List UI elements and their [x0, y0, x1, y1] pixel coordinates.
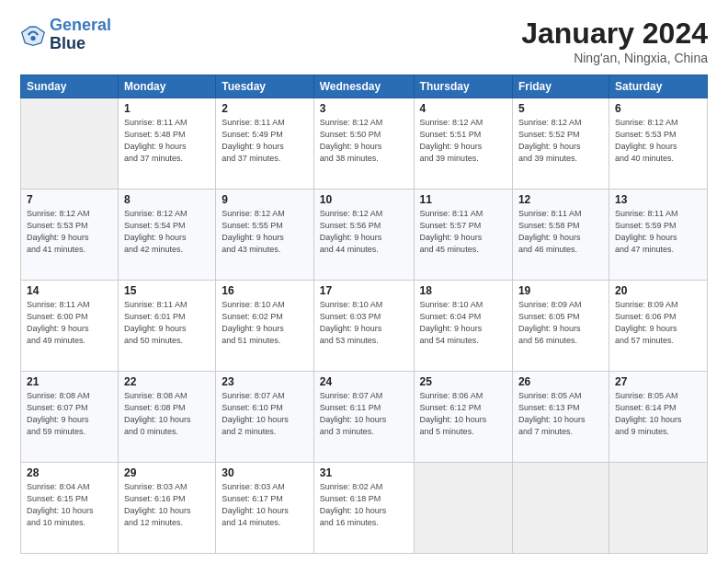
- calendar-cell: 19Sunrise: 8:09 AM Sunset: 6:05 PM Dayli…: [512, 281, 609, 372]
- calendar-cell: 8Sunrise: 8:12 AM Sunset: 5:54 PM Daylig…: [118, 190, 215, 281]
- weekday-header: Tuesday: [216, 75, 314, 98]
- calendar-cell: 4Sunrise: 8:12 AM Sunset: 5:51 PM Daylig…: [414, 98, 512, 190]
- day-info: Sunrise: 8:03 AM Sunset: 6:17 PM Dayligh…: [222, 481, 308, 529]
- calendar-cell: 31Sunrise: 8:02 AM Sunset: 6:18 PM Dayli…: [313, 463, 414, 554]
- calendar-cell: 15Sunrise: 8:11 AM Sunset: 6:01 PM Dayli…: [118, 281, 215, 372]
- day-number: 15: [124, 284, 210, 297]
- calendar-cell: [609, 463, 707, 554]
- day-number: 30: [222, 466, 308, 479]
- day-info: Sunrise: 8:11 AM Sunset: 6:00 PM Dayligh…: [27, 299, 112, 347]
- day-number: 13: [615, 193, 701, 206]
- calendar-week: 1Sunrise: 8:11 AM Sunset: 5:48 PM Daylig…: [21, 98, 708, 190]
- day-number: 7: [27, 193, 112, 206]
- calendar-cell: 26Sunrise: 8:05 AM Sunset: 6:13 PM Dayli…: [512, 372, 609, 463]
- calendar-cell: 25Sunrise: 8:06 AM Sunset: 6:12 PM Dayli…: [414, 372, 512, 463]
- calendar-week: 14Sunrise: 8:11 AM Sunset: 6:00 PM Dayli…: [21, 281, 708, 372]
- day-number: 6: [615, 102, 701, 115]
- day-number: 31: [320, 466, 408, 479]
- calendar-week: 28Sunrise: 8:04 AM Sunset: 6:15 PM Dayli…: [21, 463, 708, 554]
- calendar-week: 7Sunrise: 8:12 AM Sunset: 5:53 PM Daylig…: [21, 190, 708, 281]
- day-info: Sunrise: 8:05 AM Sunset: 6:13 PM Dayligh…: [518, 390, 603, 438]
- day-info: Sunrise: 8:11 AM Sunset: 6:01 PM Dayligh…: [124, 299, 210, 347]
- calendar-cell: 10Sunrise: 8:12 AM Sunset: 5:56 PM Dayli…: [313, 190, 414, 281]
- day-info: Sunrise: 8:11 AM Sunset: 5:57 PM Dayligh…: [420, 208, 506, 256]
- calendar-cell: 27Sunrise: 8:05 AM Sunset: 6:14 PM Dayli…: [609, 372, 707, 463]
- page-header: GeneralBlue January 2024 Ning'an, Ningxi…: [20, 17, 708, 65]
- day-info: Sunrise: 8:11 AM Sunset: 5:49 PM Dayligh…: [222, 117, 308, 165]
- day-number: 20: [615, 284, 701, 297]
- calendar-cell: 12Sunrise: 8:11 AM Sunset: 5:58 PM Dayli…: [512, 190, 609, 281]
- day-number: 17: [320, 284, 408, 297]
- calendar-cell: [414, 463, 512, 554]
- calendar-cell: 2Sunrise: 8:11 AM Sunset: 5:49 PM Daylig…: [216, 98, 314, 190]
- day-info: Sunrise: 8:07 AM Sunset: 6:10 PM Dayligh…: [222, 390, 308, 438]
- day-info: Sunrise: 8:05 AM Sunset: 6:14 PM Dayligh…: [615, 390, 701, 438]
- logo: GeneralBlue: [20, 17, 111, 53]
- main-title: January 2024: [521, 17, 708, 51]
- calendar-cell: 29Sunrise: 8:03 AM Sunset: 6:16 PM Dayli…: [118, 463, 215, 554]
- logo-text: GeneralBlue: [50, 17, 111, 53]
- day-info: Sunrise: 8:07 AM Sunset: 6:11 PM Dayligh…: [320, 390, 408, 438]
- logo-icon: [20, 22, 46, 48]
- day-info: Sunrise: 8:09 AM Sunset: 6:06 PM Dayligh…: [615, 299, 701, 347]
- day-number: 5: [518, 102, 603, 115]
- day-number: 23: [222, 375, 308, 388]
- day-info: Sunrise: 8:11 AM Sunset: 5:58 PM Dayligh…: [518, 208, 603, 256]
- day-number: 1: [124, 102, 210, 115]
- calendar-cell: 24Sunrise: 8:07 AM Sunset: 6:11 PM Dayli…: [313, 372, 414, 463]
- calendar-cell: 20Sunrise: 8:09 AM Sunset: 6:06 PM Dayli…: [609, 281, 707, 372]
- calendar-cell: 14Sunrise: 8:11 AM Sunset: 6:00 PM Dayli…: [21, 281, 119, 372]
- day-info: Sunrise: 8:03 AM Sunset: 6:16 PM Dayligh…: [124, 481, 210, 529]
- calendar-cell: 30Sunrise: 8:03 AM Sunset: 6:17 PM Dayli…: [216, 463, 314, 554]
- title-block: January 2024 Ning'an, Ningxia, China: [521, 17, 708, 65]
- day-info: Sunrise: 8:11 AM Sunset: 5:48 PM Dayligh…: [124, 117, 210, 165]
- day-number: 19: [518, 284, 603, 297]
- weekday-header: Friday: [512, 75, 609, 98]
- day-info: Sunrise: 8:11 AM Sunset: 5:59 PM Dayligh…: [615, 208, 701, 256]
- day-info: Sunrise: 8:12 AM Sunset: 5:56 PM Dayligh…: [320, 208, 408, 256]
- calendar-cell: 3Sunrise: 8:12 AM Sunset: 5:50 PM Daylig…: [313, 98, 414, 190]
- weekday-header: Wednesday: [313, 75, 414, 98]
- day-info: Sunrise: 8:02 AM Sunset: 6:18 PM Dayligh…: [320, 481, 408, 529]
- calendar-cell: 1Sunrise: 8:11 AM Sunset: 5:48 PM Daylig…: [118, 98, 215, 190]
- day-number: 28: [27, 466, 112, 479]
- day-info: Sunrise: 8:04 AM Sunset: 6:15 PM Dayligh…: [27, 481, 112, 529]
- day-number: 10: [320, 193, 408, 206]
- day-number: 16: [222, 284, 308, 297]
- calendar-cell: 11Sunrise: 8:11 AM Sunset: 5:57 PM Dayli…: [414, 190, 512, 281]
- calendar-cell: 9Sunrise: 8:12 AM Sunset: 5:55 PM Daylig…: [216, 190, 314, 281]
- calendar-cell: 22Sunrise: 8:08 AM Sunset: 6:08 PM Dayli…: [118, 372, 215, 463]
- day-number: 4: [420, 102, 506, 115]
- day-number: 12: [518, 193, 603, 206]
- calendar-cell: 16Sunrise: 8:10 AM Sunset: 6:02 PM Dayli…: [216, 281, 314, 372]
- calendar-cell: 28Sunrise: 8:04 AM Sunset: 6:15 PM Dayli…: [21, 463, 119, 554]
- day-info: Sunrise: 8:12 AM Sunset: 5:54 PM Dayligh…: [124, 208, 210, 256]
- day-number: 11: [420, 193, 506, 206]
- day-info: Sunrise: 8:12 AM Sunset: 5:55 PM Dayligh…: [222, 208, 308, 256]
- weekday-header: Sunday: [21, 75, 119, 98]
- weekday-header: Thursday: [414, 75, 512, 98]
- day-info: Sunrise: 8:09 AM Sunset: 6:05 PM Dayligh…: [518, 299, 603, 347]
- day-number: 24: [320, 375, 408, 388]
- day-info: Sunrise: 8:12 AM Sunset: 5:53 PM Dayligh…: [27, 208, 112, 256]
- day-info: Sunrise: 8:12 AM Sunset: 5:51 PM Dayligh…: [420, 117, 506, 165]
- day-number: 21: [27, 375, 112, 388]
- day-number: 8: [124, 193, 210, 206]
- day-info: Sunrise: 8:12 AM Sunset: 5:50 PM Dayligh…: [320, 117, 408, 165]
- day-number: 25: [420, 375, 506, 388]
- weekday-header: Monday: [118, 75, 215, 98]
- calendar-cell: 18Sunrise: 8:10 AM Sunset: 6:04 PM Dayli…: [414, 281, 512, 372]
- weekday-header: Saturday: [609, 75, 707, 98]
- day-number: 18: [420, 284, 506, 297]
- day-info: Sunrise: 8:08 AM Sunset: 6:07 PM Dayligh…: [27, 390, 112, 438]
- day-info: Sunrise: 8:06 AM Sunset: 6:12 PM Dayligh…: [420, 390, 506, 438]
- day-info: Sunrise: 8:10 AM Sunset: 6:02 PM Dayligh…: [222, 299, 308, 347]
- calendar-cell: 5Sunrise: 8:12 AM Sunset: 5:52 PM Daylig…: [512, 98, 609, 190]
- day-number: 2: [222, 102, 308, 115]
- subtitle: Ning'an, Ningxia, China: [521, 51, 708, 65]
- day-number: 26: [518, 375, 603, 388]
- calendar-cell: [21, 98, 119, 190]
- svg-point-2: [30, 36, 35, 40]
- day-number: 29: [124, 466, 210, 479]
- calendar-cell: 13Sunrise: 8:11 AM Sunset: 5:59 PM Dayli…: [609, 190, 707, 281]
